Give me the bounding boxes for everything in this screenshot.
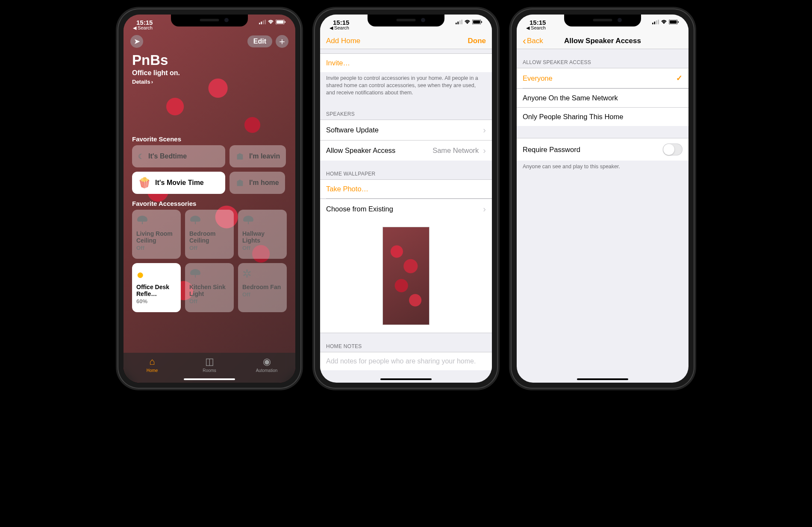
notch <box>564 15 641 26</box>
checkmark-icon: ✓ <box>676 73 683 83</box>
home-indicator[interactable] <box>380 378 432 380</box>
arrive-icon: 🏠︎ <box>235 177 245 188</box>
scene-tile-movie[interactable]: 🍿 It's Movie Time <box>132 172 225 194</box>
scene-tile-leaving[interactable]: 🏠︎ I'm leavin <box>229 145 286 167</box>
require-password-cell: Require Password <box>517 138 688 161</box>
scenes-section-header: Favorite Scenes <box>124 129 295 145</box>
chevron-right-icon: › <box>483 146 486 155</box>
accessory-state: Off <box>136 245 177 251</box>
svg-rect-9 <box>459 20 461 24</box>
speakers-header: SPEAKERS <box>320 101 492 120</box>
svg-rect-5 <box>277 20 284 23</box>
accessory-name: Bedroom Fan <box>242 284 282 290</box>
accessory-state: Off <box>189 245 229 251</box>
accessory-name: Bedroom Ceiling <box>189 230 229 244</box>
home-status-line: Office light on. <box>132 69 287 77</box>
software-update-cell[interactable]: Software Update› <box>320 120 492 140</box>
invite-footer: Invite people to control accessories in … <box>320 72 492 101</box>
scene-label: It's Movie Time <box>155 179 204 187</box>
tab-label: Rooms <box>203 368 216 373</box>
location-button[interactable]: ➤ <box>130 35 143 48</box>
svg-rect-12 <box>473 20 480 23</box>
signal-icon <box>259 20 266 24</box>
option-same-network[interactable]: Anyone On the Same Network <box>517 88 688 107</box>
chevron-right-icon: › <box>483 204 486 214</box>
accessory-tile[interactable]: Living Room Ceiling Off <box>132 210 181 259</box>
chevron-right-icon: › <box>151 79 153 85</box>
chevron-left-icon: ‹ <box>523 38 526 44</box>
edit-button[interactable]: Edit <box>247 35 272 47</box>
battery-icon <box>472 20 482 24</box>
tab-rooms[interactable]: ◫ Rooms <box>181 353 238 376</box>
accessory-state: Off <box>189 298 229 304</box>
accessory-name: Hallway Lights <box>242 230 282 244</box>
status-back[interactable]: ◀ Search <box>330 25 349 31</box>
details-link[interactable]: Details › <box>132 79 287 85</box>
access-header: ALLOW SPEAKER ACCESS <box>517 49 688 68</box>
scene-label: It's Bedtime <box>148 152 187 160</box>
notch <box>368 15 444 26</box>
svg-rect-1 <box>261 22 262 24</box>
option-sharing-home[interactable]: Only People Sharing This Home <box>517 107 688 126</box>
home-tab-icon: ⌂ <box>149 356 155 367</box>
scene-label: I'm leavin <box>249 152 280 160</box>
svg-rect-15 <box>654 22 655 24</box>
accessories-section-header: Favorite Accessories <box>124 194 295 210</box>
scene-tile-home[interactable]: 🏠︎ I'm home <box>229 172 285 194</box>
wifi-icon <box>464 20 471 24</box>
accessory-name: Living Room Ceiling <box>136 230 177 244</box>
done-button[interactable]: Done <box>468 37 486 45</box>
ceiling-light-icon <box>242 214 254 226</box>
invite-cell[interactable]: Invite… <box>320 53 492 72</box>
svg-rect-13 <box>481 21 482 23</box>
option-everyone[interactable]: Everyone✓ <box>517 68 688 88</box>
tab-label: Home <box>147 368 158 373</box>
require-password-toggle[interactable] <box>663 143 683 155</box>
access-footer: Anyone can see and play to this speaker. <box>517 161 688 175</box>
tab-automation[interactable]: ◉ Automation <box>238 353 295 376</box>
add-button[interactable]: ＋ <box>276 35 288 48</box>
allow-speaker-access-cell[interactable]: Allow Speaker Access Same Network › <box>320 140 492 161</box>
wallpaper-thumbnail[interactable] <box>382 227 430 325</box>
rooms-tab-icon: ◫ <box>205 356 214 367</box>
svg-rect-19 <box>670 20 677 23</box>
wallpaper-header: HOME WALLPAPER <box>320 161 492 179</box>
accessory-tile[interactable]: Hallway Lights Off <box>238 210 287 259</box>
svg-rect-16 <box>656 20 657 24</box>
phone-frame-3: 15:15 ◀ Search ‹ Back Allow Speaker Acce… <box>511 9 694 389</box>
accessory-tile[interactable]: ● Office Desk Refle… 60% <box>132 263 181 312</box>
allow-access-value: Same Network <box>432 146 479 155</box>
ceiling-light-icon <box>136 214 148 226</box>
accessory-tile[interactable]: Kitchen Sink Light Off <box>185 263 234 312</box>
tab-home[interactable]: ⌂ Home <box>124 353 181 376</box>
home-indicator[interactable] <box>184 378 235 380</box>
accessory-state: Off <box>242 291 282 298</box>
status-back[interactable]: ◀ Search <box>133 25 153 31</box>
accessory-state: 60% <box>136 298 177 304</box>
signal-icon <box>456 20 462 24</box>
svg-rect-7 <box>456 23 457 24</box>
moon-icon: ☾ <box>138 152 144 161</box>
back-button[interactable]: ‹ Back <box>523 37 543 45</box>
status-icons <box>456 19 482 24</box>
take-photo-cell[interactable]: Take Photo… <box>320 179 492 198</box>
scene-tile-bedtime[interactable]: ☾ It's Bedtime <box>132 145 225 167</box>
accessory-tile[interactable]: ✲ Bedroom Fan Off <box>238 263 287 312</box>
accessory-tile[interactable]: Bedroom Ceiling Off <box>185 210 234 259</box>
svg-rect-17 <box>658 20 659 24</box>
popcorn-icon: 🍿 <box>138 177 151 189</box>
scene-label: I'm home <box>249 179 279 187</box>
notch <box>171 15 248 26</box>
accessory-state: Off <box>242 245 282 251</box>
status-back[interactable]: ◀ Search <box>526 25 546 31</box>
svg-rect-0 <box>259 23 260 24</box>
status-icons <box>652 19 679 24</box>
chevron-right-icon: › <box>483 125 486 135</box>
svg-rect-14 <box>652 23 653 24</box>
accessory-name: Office Desk Refle… <box>136 284 177 297</box>
svg-rect-8 <box>457 22 459 24</box>
add-home-button[interactable]: Add Home <box>326 37 360 45</box>
home-notes-input[interactable]: Add notes for people who are sharing you… <box>320 352 492 370</box>
home-indicator[interactable] <box>577 378 628 380</box>
choose-existing-cell[interactable]: Choose from Existing› <box>320 199 492 219</box>
